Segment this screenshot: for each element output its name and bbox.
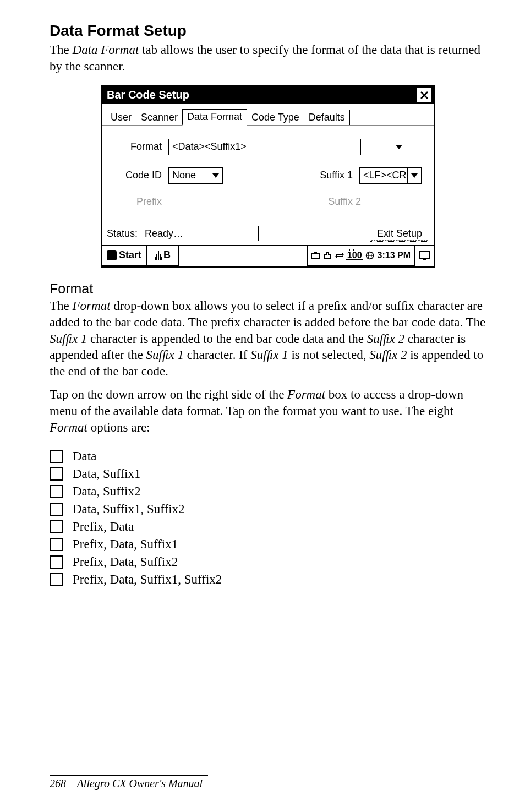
card-icon [311, 252, 320, 259]
window-title: Bar Code Setup [107, 89, 189, 101]
tab-data-format[interactable]: Data Format [182, 109, 247, 126]
taskbar: Start B 100 3:13 PM [102, 245, 434, 266]
codeid-combo-button[interactable] [209, 168, 222, 183]
list-item-label: Data, Suffix1 [73, 467, 141, 481]
format-label: Format [114, 141, 162, 152]
page-number: 268 [50, 777, 66, 789]
tab-defaults[interactable]: Defaults [304, 110, 350, 125]
suffix2-label: Suffix 2 [328, 196, 361, 208]
list-item-label: Prefix, Data, Suffix1 [73, 537, 178, 552]
list-item: Prefix, Data, Suffix2 [50, 555, 486, 569]
checkbox-icon [50, 520, 63, 533]
prefix-label: Prefix [114, 196, 162, 208]
chevron-down-icon [411, 173, 418, 178]
list-item-label: Prefix, Data, Suffix1, Suffix2 [73, 573, 222, 587]
suffix1-label: Suffix 1 [320, 170, 353, 181]
plug-icon [323, 252, 332, 259]
list-item: Data [50, 449, 486, 464]
format-combo-button[interactable] [392, 139, 406, 155]
codeid-label: Code ID [114, 170, 162, 181]
checkbox-icon [50, 503, 63, 516]
tray-clock: 3:13 PM [378, 250, 411, 260]
sync-icon [335, 252, 344, 259]
format-paragraph-2: Tap on the down arrow on the right side … [50, 386, 486, 436]
intro-pre: The [50, 43, 73, 57]
svg-rect-7 [419, 252, 429, 258]
list-item-label: Prefix, Data, Suffix2 [73, 555, 178, 569]
tab-code-type[interactable]: Code Type [247, 110, 304, 125]
list-item-label: Prefix, Data [73, 520, 134, 534]
list-item-label: Data, Suffix2 [73, 484, 141, 499]
globe-icon [365, 251, 374, 260]
suffix1-combo-button[interactable] [407, 168, 421, 183]
list-item-label: Data [73, 449, 96, 464]
page-footer: 268 Allegro CX Owner's Manual [50, 759, 486, 790]
tab-scanner[interactable]: Scanner [136, 110, 183, 125]
format-options-list: Data Data, Suffix1 Data, Suffix2 Data, S… [50, 446, 486, 590]
checkbox-icon [50, 450, 63, 463]
checkbox-icon [50, 573, 63, 586]
tab-user[interactable]: User [106, 110, 136, 125]
barcode-icon [155, 251, 162, 260]
svg-rect-8 [423, 259, 426, 260]
checkbox-icon [50, 467, 63, 481]
screenshot-window: Bar Code Setup User Scanner Data Format … [101, 85, 435, 268]
list-item: Prefix, Data, Suffix1, Suffix2 [50, 573, 486, 587]
list-item: Data, Suffix1, Suffix2 [50, 502, 486, 516]
checkbox-icon [50, 538, 63, 551]
format-combo[interactable]: <Data><Suffix1> [169, 139, 360, 155]
chevron-down-icon [212, 173, 219, 178]
intro-paragraph: The Data Format tab allows the user to s… [50, 42, 486, 75]
suffix1-combo[interactable]: <LF><CR [359, 167, 422, 184]
chevron-down-icon [396, 145, 402, 149]
form-panel: Format <Data><Suffix1> Code ID None [102, 126, 434, 222]
footer-text: 268 Allegro CX Owner's Manual [50, 777, 486, 790]
list-item: Prefix, Data [50, 520, 486, 534]
format-paragraph-1: The Format drop-down box allows you to s… [50, 298, 486, 380]
manual-title: Allegro CX Owner's Manual [77, 777, 203, 789]
show-desktop-button[interactable] [414, 246, 434, 266]
status-value: Ready… [141, 226, 259, 241]
svg-rect-2 [311, 253, 319, 259]
start-icon [107, 250, 117, 260]
titlebar: Bar Code Setup [102, 86, 434, 104]
list-item-label: Data, Suffix1, Suffix2 [73, 502, 185, 516]
status-bar: Status: Ready… Exit Setup [102, 222, 434, 245]
battery-icon [346, 259, 363, 260]
list-item: Data, Suffix1 [50, 467, 486, 481]
task-label: B [163, 249, 170, 261]
start-label: Start [119, 249, 141, 261]
list-item: Data, Suffix2 [50, 484, 486, 499]
codeid-combo[interactable]: None [168, 167, 223, 184]
suffix1-value: <LF><CR [360, 168, 407, 183]
intro-em: Data Format [73, 43, 139, 57]
subsection-heading: Format [50, 281, 486, 297]
system-tray[interactable]: 100 3:13 PM [307, 246, 414, 266]
footer-rule [50, 775, 208, 776]
close-button[interactable] [416, 87, 433, 103]
section-heading: Data Format Setup [50, 22, 486, 40]
task-button[interactable]: B [147, 246, 179, 266]
svg-rect-3 [314, 252, 317, 254]
start-button[interactable]: Start [102, 246, 147, 266]
checkbox-icon [50, 555, 63, 569]
tabs: User Scanner Data Format Code Type Defau… [102, 104, 434, 126]
exit-setup-button[interactable]: Exit Setup [370, 226, 429, 242]
list-item: Prefix, Data, Suffix1 [50, 537, 486, 552]
close-icon [420, 91, 428, 99]
status-label: Status: [107, 228, 138, 239]
codeid-value: None [169, 168, 209, 183]
desktop-icon [419, 251, 430, 261]
checkbox-icon [50, 485, 63, 498]
